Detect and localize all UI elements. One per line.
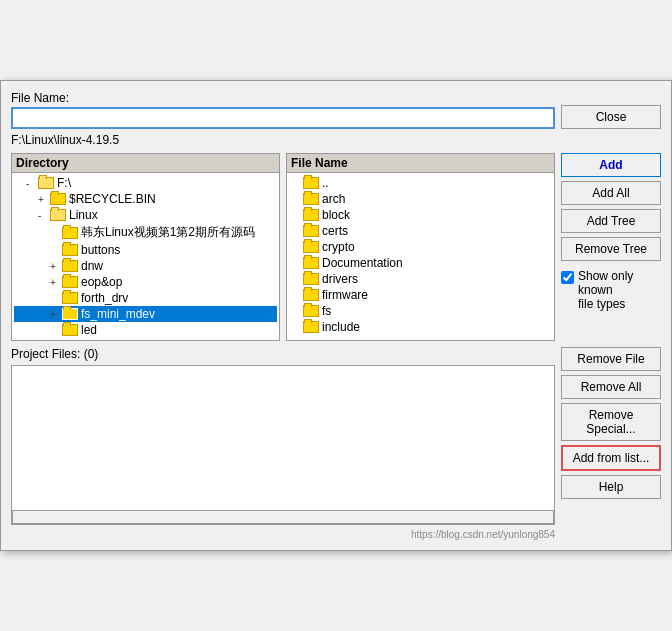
folder-icon-buttons [62, 244, 78, 256]
file-item-arch[interactable]: arch [289, 191, 552, 207]
main-dialog: File Name: Close F:\Linux\linux-4.19.5 D… [0, 80, 672, 551]
tree-label-eop: eop&op [81, 275, 122, 289]
show-only-known-row: Show only knownfile types [561, 269, 661, 311]
current-path: F:\Linux\linux-4.19.5 [11, 133, 661, 147]
file-label-crypto: crypto [322, 240, 355, 254]
tree-label-led: led [81, 323, 97, 337]
add-from-list-button[interactable]: Add from list... [561, 445, 661, 471]
tree-item-linux[interactable]: - Linux [14, 207, 277, 223]
tree-label-donglinux: 韩东Linux视频第1第2期所有源码 [81, 224, 255, 241]
file-item-block[interactable]: block [289, 207, 552, 223]
tree-item-f-drive[interactable]: - F:\ [14, 175, 277, 191]
project-files-area: Project Files: (0) https://blog.csdn.net… [11, 347, 555, 540]
horizontal-scrollbar[interactable] [12, 510, 554, 524]
remove-all-button[interactable]: Remove All [561, 375, 661, 399]
show-only-known-checkbox[interactable] [561, 271, 574, 284]
folder-icon-f [38, 177, 54, 189]
folder-icon-eop [62, 276, 78, 288]
add-all-button[interactable]: Add All [561, 181, 661, 205]
file-label-block: block [322, 208, 350, 222]
tree-label-buttons: buttons [81, 243, 120, 257]
project-files-content[interactable] [12, 366, 554, 508]
tree-label-recycle: $RECYCLE.BIN [69, 192, 156, 206]
add-tree-button[interactable]: Add Tree [561, 209, 661, 233]
file-label-certs: certs [322, 224, 348, 238]
add-button[interactable]: Add [561, 153, 661, 177]
file-item-documentation[interactable]: Documentation [289, 255, 552, 271]
bottom-area: Project Files: (0) https://blog.csdn.net… [11, 347, 661, 540]
folder-icon-arch [303, 193, 319, 205]
tree-item-recycle[interactable]: + $RECYCLE.BIN [14, 191, 277, 207]
folder-icon-dotdot [303, 177, 319, 189]
folder-icon-drivers [303, 273, 319, 285]
file-item-drivers[interactable]: drivers [289, 271, 552, 287]
folder-icon-led [62, 324, 78, 336]
file-label-include: include [322, 320, 360, 334]
expand-icon-linux: - [38, 210, 50, 221]
filename-panel: File Name .. arch b [286, 153, 555, 341]
file-item-include[interactable]: include [289, 319, 552, 335]
expand-icon-f: - [26, 178, 38, 189]
directory-panel-content[interactable]: - F:\ + $RECYCLE.BIN - Linux [12, 173, 279, 340]
folder-icon-donglinux [62, 227, 78, 239]
tree-item-buttons[interactable]: buttons [14, 242, 277, 258]
watermark: https://blog.csdn.net/yunlong854 [11, 529, 555, 540]
remove-file-button[interactable]: Remove File [561, 347, 661, 371]
project-files-header: Project Files: (0) [11, 347, 555, 361]
action-buttons: Add Add All Add Tree Remove Tree Show on… [561, 153, 661, 341]
filename-panel-content[interactable]: .. arch block cer [287, 173, 554, 340]
tree-item-fs-mini[interactable]: + fs_mini_mdev [14, 306, 277, 322]
tree-label-forth: forth_drv [81, 291, 128, 305]
file-label-fs: fs [322, 304, 331, 318]
expand-icon-eop: + [50, 277, 62, 288]
tree-label-linux: Linux [69, 208, 98, 222]
tree-item-forth-drv[interactable]: forth_drv [14, 290, 277, 306]
remove-special-button[interactable]: Remove Special... [561, 403, 661, 441]
expand-icon-recycle: + [38, 194, 50, 205]
file-label-firmware: firmware [322, 288, 368, 302]
file-name-input[interactable] [11, 107, 555, 129]
file-label-dotdot: .. [322, 176, 329, 190]
directory-panel: Directory - F:\ + $RECYCLE.BIN [11, 153, 280, 341]
show-only-known-label: Show only knownfile types [578, 269, 661, 311]
folder-icon-crypto [303, 241, 319, 253]
folder-icon-doc [303, 257, 319, 269]
file-item-firmware[interactable]: firmware [289, 287, 552, 303]
filename-panel-header: File Name [287, 154, 554, 173]
remove-tree-button[interactable]: Remove Tree [561, 237, 661, 261]
file-item-dotdot[interactable]: .. [289, 175, 552, 191]
tree-label-f: F:\ [57, 176, 71, 190]
folder-icon-fsmini [62, 308, 78, 320]
project-files-panel[interactable] [11, 365, 555, 525]
tree-item-eop[interactable]: + eop&op [14, 274, 277, 290]
tree-label-dnw: dnw [81, 259, 103, 273]
directory-panel-header: Directory [12, 154, 279, 173]
help-button[interactable]: Help [561, 475, 661, 499]
folder-icon-firmware [303, 289, 319, 301]
tree-item-dnw[interactable]: + dnw [14, 258, 277, 274]
file-item-certs[interactable]: certs [289, 223, 552, 239]
file-label-drivers: drivers [322, 272, 358, 286]
tree-item-led[interactable]: led [14, 322, 277, 338]
folder-icon-linux [50, 209, 66, 221]
file-name-label: File Name: [11, 91, 555, 105]
folder-icon-fs [303, 305, 319, 317]
file-label-doc: Documentation [322, 256, 403, 270]
folder-icon-forth [62, 292, 78, 304]
file-item-fs[interactable]: fs [289, 303, 552, 319]
expand-icon-fsmini: + [50, 309, 62, 320]
file-item-crypto[interactable]: crypto [289, 239, 552, 255]
file-label-arch: arch [322, 192, 345, 206]
close-button[interactable]: Close [561, 105, 661, 129]
tree-label-fsmini: fs_mini_mdev [81, 307, 155, 321]
folder-icon-certs [303, 225, 319, 237]
folder-icon-block [303, 209, 319, 221]
tree-item-donglinux[interactable]: 韩东Linux视频第1第2期所有源码 [14, 223, 277, 242]
expand-icon-dnw: + [50, 261, 62, 272]
folder-icon-dnw [62, 260, 78, 272]
remove-buttons: Remove File Remove All Remove Special...… [561, 347, 661, 540]
folder-icon-include [303, 321, 319, 333]
folder-icon-recycle [50, 193, 66, 205]
